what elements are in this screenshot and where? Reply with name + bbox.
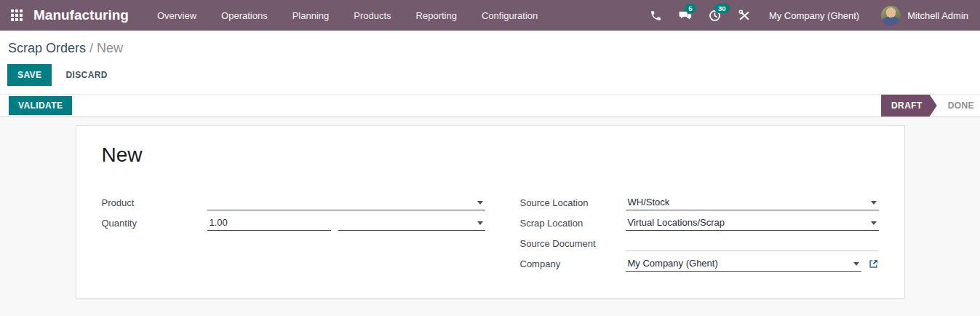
company-switcher[interactable]: My Company (Ghent) xyxy=(759,0,869,31)
state-draft[interactable]: DRAFT xyxy=(881,95,937,116)
form-sheet: New Product Quantity 1.00 xyxy=(76,125,905,299)
statusbar: VALIDATE DRAFT DONE xyxy=(0,94,980,117)
menu-reporting[interactable]: Reporting xyxy=(404,0,469,31)
field-source-location: Source Location WH/Stock xyxy=(520,190,879,210)
source-document-label: Source Document xyxy=(520,238,626,251)
form-buttons: SAVE DISCARD xyxy=(0,58,980,94)
app-title[interactable]: Manufacturing xyxy=(33,7,129,23)
form-view: New Product Quantity 1.00 xyxy=(0,117,980,316)
menu-overview[interactable]: Overview xyxy=(145,0,209,31)
systray: 5 30 My Company (Ghent) Mitchell Admin xyxy=(642,0,973,31)
validate-button[interactable]: VALIDATE xyxy=(9,96,72,115)
field-column-right: Source Location WH/Stock Scrap Location … xyxy=(520,190,879,272)
breadcrumb-separator: / xyxy=(89,41,97,55)
state-done[interactable]: DONE xyxy=(937,95,980,116)
field-source-document: Source Document xyxy=(520,231,879,251)
activities-icon[interactable]: 30 xyxy=(700,0,730,31)
dropdown-caret-icon[interactable] xyxy=(871,221,877,225)
menu-products[interactable]: Products xyxy=(341,0,403,31)
source-location-label: Source Location xyxy=(520,197,626,210)
apps-grid-icon[interactable] xyxy=(0,0,33,31)
breadcrumb: Scrap Orders / New xyxy=(0,31,980,58)
field-product: Product xyxy=(102,190,485,210)
dropdown-caret-icon[interactable] xyxy=(477,201,483,205)
field-column-left: Product Quantity 1.00 xyxy=(102,190,485,231)
dropdown-caret-icon[interactable] xyxy=(477,221,483,225)
activities-badge: 30 xyxy=(714,4,730,13)
field-company: Company My Company (Ghent) xyxy=(520,251,879,272)
statusbar-states: DRAFT DONE xyxy=(881,95,980,116)
breadcrumb-parent-link[interactable]: Scrap Orders xyxy=(8,41,86,55)
top-navbar: Manufacturing Overview Operations Planni… xyxy=(0,0,980,31)
external-link-icon[interactable] xyxy=(868,258,879,272)
quantity-label: Quantity xyxy=(102,218,207,231)
quantity-input[interactable]: 1.00 xyxy=(207,216,331,231)
user-name: Mitchell Admin xyxy=(907,10,968,21)
source-document-input[interactable] xyxy=(626,236,879,251)
menu-operations[interactable]: Operations xyxy=(209,0,280,31)
uom-input[interactable] xyxy=(338,216,485,231)
dropdown-caret-icon[interactable] xyxy=(871,201,877,205)
breadcrumb-current: New xyxy=(97,41,123,55)
scrap-location-label: Scrap Location xyxy=(520,218,626,231)
scrap-location-input[interactable]: Virtual Locations/Scrap xyxy=(626,216,879,231)
record-title: New xyxy=(102,143,879,167)
dropdown-caret-icon[interactable] xyxy=(853,262,859,266)
discard-button[interactable]: DISCARD xyxy=(55,64,117,86)
field-grid: Product Quantity 1.00 xyxy=(102,190,879,272)
tools-icon[interactable] xyxy=(730,0,759,31)
phone-icon[interactable] xyxy=(642,0,670,31)
field-scrap-location: Scrap Location Virtual Locations/Scrap xyxy=(520,210,879,231)
user-menu[interactable]: Mitchell Admin xyxy=(869,0,973,31)
messages-badge: 5 xyxy=(685,4,696,13)
menu-planning[interactable]: Planning xyxy=(280,0,342,31)
product-input[interactable] xyxy=(207,195,485,210)
control-panel: Scrap Orders / New SAVE DISCARD xyxy=(0,31,980,94)
product-label: Product xyxy=(102,197,207,210)
menu-configuration[interactable]: Configuration xyxy=(469,0,550,31)
app-menu: Overview Operations Planning Products Re… xyxy=(145,0,550,31)
avatar xyxy=(881,6,901,25)
field-quantity: Quantity 1.00 xyxy=(102,210,485,231)
save-button[interactable]: SAVE xyxy=(7,64,52,86)
company-label: Company xyxy=(520,258,626,272)
messages-icon[interactable]: 5 xyxy=(670,0,700,31)
company-input[interactable]: My Company (Ghent) xyxy=(626,256,861,272)
source-location-input[interactable]: WH/Stock xyxy=(626,195,879,210)
